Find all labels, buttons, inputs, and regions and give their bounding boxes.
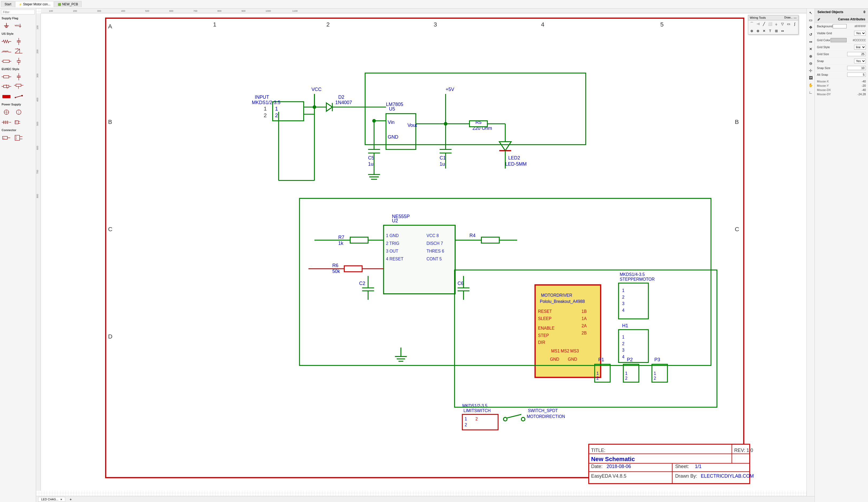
tb-gnd[interactable]: ⏚ — [773, 21, 779, 27]
rt-move[interactable]: ✥ — [808, 24, 814, 30]
us-style-section: US Style — [0, 31, 36, 37]
rt-select[interactable]: ↖ — [808, 10, 814, 16]
tb-cross[interactable]: ✕ — [761, 28, 767, 34]
eu-pot[interactable] — [13, 82, 24, 90]
grid-style-select[interactable]: line dot — [854, 45, 866, 50]
svg-text:2: 2 — [622, 341, 624, 346]
ps-dc-source[interactable] — [1, 118, 12, 126]
svg-text:500: 500 — [36, 122, 39, 126]
svg-text:50k: 50k — [332, 269, 340, 274]
canvas-container[interactable]: 100 200 300 400 500 600 700 800 900 1000… — [36, 9, 815, 496]
conn-2p[interactable]: 1 2 — [13, 134, 24, 142]
tab-stepper-icon: ⚡ — [19, 3, 22, 6]
svg-text:B: B — [108, 119, 112, 125]
tb-line[interactable]: ╱ — [761, 21, 767, 27]
svg-rect-25 — [3, 76, 9, 78]
bottom-tab-close-icon[interactable]: ✕ — [60, 498, 62, 501]
mouse-y-label: Mouse-Y — [817, 84, 829, 87]
svg-text:200: 200 — [73, 10, 77, 12]
eu-probe-symbol — [14, 93, 23, 100]
background-color-swatch[interactable] — [833, 24, 847, 28]
eu-diode[interactable] — [1, 93, 12, 101]
visible-grid-select[interactable]: Yes No — [854, 31, 866, 36]
filter-input[interactable] — [1, 10, 35, 14]
background-row: Background #FFFFFF — [815, 23, 868, 30]
tab-start[interactable]: Start — [1, 1, 15, 7]
us-zener[interactable] — [13, 47, 24, 55]
eu-cap[interactable] — [13, 73, 24, 81]
svg-text:C2: C2 — [359, 281, 365, 286]
rt-zoom-out[interactable]: ⊖ — [808, 60, 814, 67]
tb-comp[interactable]: ⊞ — [773, 28, 779, 34]
svg-text:1: 1 — [597, 371, 599, 376]
rt-delete[interactable]: ✕ — [808, 46, 814, 52]
tb-measure[interactable]: ⇔ — [779, 28, 785, 34]
svg-rect-181 — [344, 266, 362, 272]
eu-resistor[interactable] — [1, 73, 12, 81]
svg-text:C: C — [735, 226, 739, 232]
ps-source[interactable]: ~ — [13, 108, 24, 116]
conn-1p[interactable]: 1 — [1, 134, 12, 142]
rt-rotate[interactable]: ↺ — [808, 31, 814, 38]
tb-bus[interactable]: ⊣ — [755, 21, 761, 27]
rt-image[interactable]: 🖼 — [808, 75, 814, 81]
snap-select[interactable]: Yes No — [854, 59, 866, 63]
ps-battery[interactable] — [1, 108, 12, 116]
eu-var-resistor[interactable] — [1, 82, 12, 90]
svg-text:Drawn By:: Drawn By: — [675, 473, 697, 479]
grid-color-swatch[interactable] — [830, 38, 847, 42]
tb-rect[interactable]: ▭ — [786, 21, 792, 27]
tb-text[interactable]: T — [767, 28, 773, 34]
tab-pcb[interactable]: 🟩 NEW_PCB — [54, 1, 81, 7]
alt-snap-input[interactable] — [847, 72, 866, 77]
left-sidebar: Supply Flag VCC US Style — [0, 9, 36, 502]
tb-wire[interactable]: ⌒ — [749, 21, 755, 27]
eu-probe[interactable] — [13, 93, 24, 101]
add-tab-button[interactable]: + — [68, 496, 74, 502]
snap-size-input[interactable] — [847, 66, 866, 70]
bottom-tab-led[interactable]: LED CHAS... ✕ — [38, 497, 65, 502]
wiring-toolbar-minus[interactable]: — — [794, 16, 797, 19]
rt-pan[interactable]: ☩ — [808, 68, 814, 74]
eu-resistor-symbol — [2, 73, 11, 80]
canvas-attributes-label: Canvas Attributes — [838, 17, 865, 21]
svg-text:1k: 1k — [338, 241, 343, 246]
us-capacitor[interactable] — [13, 38, 24, 46]
svg-text:1u: 1u — [368, 161, 374, 167]
svg-text:MKDS1/2-3.5: MKDS1/2-3.5 — [252, 100, 280, 105]
rt-rect-select[interactable]: ▭ — [808, 17, 814, 23]
svg-text:Date:: Date: — [591, 464, 603, 469]
us-inductor[interactable] — [1, 47, 12, 55]
svg-text:Vin: Vin — [388, 120, 394, 125]
tb-junc[interactable]: ⊕ — [749, 28, 755, 34]
us-resistor2[interactable] — [1, 57, 12, 65]
us-resistor-symbol — [2, 38, 11, 45]
ps-2p[interactable]: 1 2 — [13, 118, 24, 126]
us-resistor[interactable] — [1, 38, 12, 46]
tb-netlabel[interactable]: ⊕ — [755, 28, 761, 34]
svg-line-41 — [15, 96, 22, 98]
alt-snap-row: Alt Snap — [815, 71, 868, 78]
us-cap2[interactable] — [13, 57, 24, 65]
conn-1p-symbol: 1 — [2, 134, 11, 141]
svg-text:C: C — [108, 226, 112, 232]
svg-text:U5: U5 — [389, 106, 395, 112]
ps-battery-symbol — [2, 109, 11, 116]
tb-netport[interactable]: ⬜ — [767, 21, 773, 27]
rt-zoom-in[interactable]: ⊕ — [808, 53, 814, 59]
rt-mirror[interactable]: ⇔ — [808, 39, 814, 45]
tb-arc[interactable]: ∫ — [792, 21, 798, 27]
svg-text:2: 2 — [16, 138, 17, 140]
rt-hand[interactable]: ✋ — [808, 82, 814, 88]
svg-text:P1: P1 — [598, 357, 604, 362]
grid-size-input[interactable] — [847, 52, 866, 56]
rt-measure2[interactable]: ∟ — [808, 89, 814, 96]
supply-flag-gnd[interactable] — [1, 22, 12, 30]
vcc-symbol: VCC — [14, 22, 23, 29]
wiring-toolbar-collapse[interactable]: Draw... — [784, 16, 793, 19]
power-supply-items: ~ — [0, 107, 36, 117]
svg-text:H1: H1 — [622, 323, 628, 328]
tb-pwr[interactable]: ▽ — [779, 21, 785, 27]
supply-flag-vcc[interactable]: VCC — [13, 22, 24, 30]
tab-stepper[interactable]: ⚡ Steper Motor con... — [15, 1, 54, 7]
